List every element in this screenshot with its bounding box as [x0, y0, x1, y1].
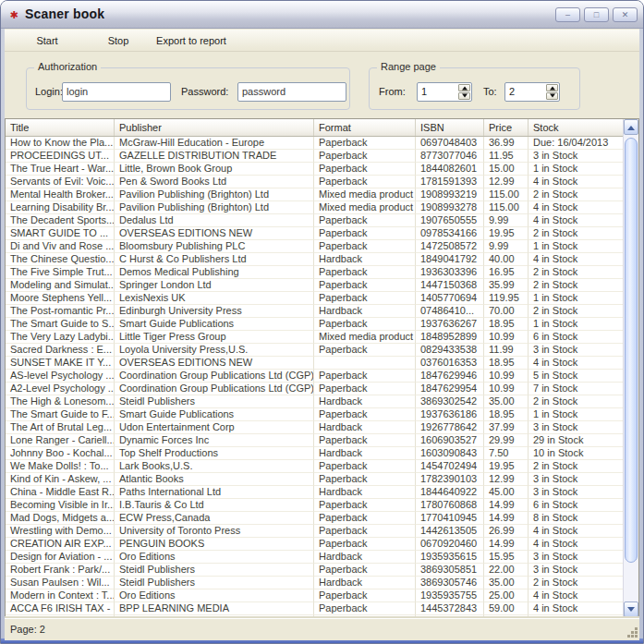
table-row[interactable]: The High & Lonesom...Steidl PublishersHa…	[6, 395, 623, 408]
cell-stock: Due: 16/04/2013	[529, 137, 623, 150]
to-increment-button[interactable]	[546, 84, 558, 91]
cell-publisher: Demos Medical Publishing	[115, 266, 314, 279]
table-row[interactable]: Lone Ranger - Cariell...Dynamic Forces I…	[6, 434, 623, 447]
table-row[interactable]: Design for Aviation - ...Oro EditionsHar…	[6, 551, 623, 564]
table-row[interactable]: SMART GUIDE TO ...OVERSEAS EDITIONS NEWP…	[6, 227, 623, 240]
table-row[interactable]: The Five Simple Trut...Demos Medical Pub…	[6, 266, 623, 279]
cell-format: Hardback	[314, 253, 416, 266]
column-header-price[interactable]: Price	[484, 119, 529, 136]
table-row[interactable]: How to Know the Pla...McGraw-Hill Educat…	[6, 137, 623, 150]
cell-publisher: Coordination Group Publications Ltd (CGP…	[115, 370, 314, 383]
to-decrement-button[interactable]	[546, 92, 558, 100]
from-decrement-button[interactable]	[458, 92, 470, 100]
status-bar: Page: 2	[5, 618, 639, 640]
cell-format: Paperback	[314, 525, 416, 538]
cell-price: 11.95	[484, 150, 529, 163]
table-row[interactable]: Mad Dogs, Midgets a...ECW Press,CanadaPa…	[6, 512, 623, 525]
login-input[interactable]: login	[62, 82, 171, 102]
table-row[interactable]: Robert Frank : Park/...Steidl Publishers…	[6, 564, 623, 577]
maximize-button[interactable]: □	[584, 7, 609, 22]
cell-format: Paperback	[314, 176, 416, 188]
from-increment-button[interactable]	[458, 84, 470, 91]
cell-price: 10.99	[484, 383, 529, 395]
table-row[interactable]: Kind of Kin - Askew, ...Atlantic BooksPa…	[6, 473, 623, 486]
export-to-report-button[interactable]: Export to report	[149, 31, 234, 50]
from-spinner[interactable]: 1	[417, 82, 472, 102]
column-header-format[interactable]: Format	[314, 119, 416, 136]
table-row[interactable]: The Very Lazy Ladybi...Little Tiger Pres…	[6, 331, 623, 344]
table-row[interactable]: Servants of Evil: Voic...Pen & Sword Boo…	[6, 176, 623, 188]
table-row[interactable]: Mental Health Broker...Pavilion Publishi…	[6, 188, 623, 201]
cell-format: Paperback	[314, 473, 416, 486]
vertical-scrollbar[interactable]	[623, 119, 638, 617]
column-header-publisher[interactable]: Publisher	[115, 119, 314, 136]
cell-isbn: 1849041792	[416, 253, 484, 266]
cell-format: Paperback	[314, 240, 416, 253]
table-row[interactable]: China - Middle East R...Paths Internatio…	[6, 486, 623, 499]
column-header-title[interactable]: Title	[6, 119, 115, 136]
start-button[interactable]: Start	[27, 31, 67, 50]
table-row[interactable]: Sacred Darkness : E...Loyola University …	[6, 344, 623, 357]
cell-price: 26.99	[484, 525, 529, 538]
scroll-down-button[interactable]	[624, 601, 638, 617]
close-button[interactable]: ✕	[613, 7, 638, 22]
cell-format: Hardback	[314, 421, 416, 434]
table-row[interactable]: The Beach - V... T...John Hunt Publishin…	[6, 615, 623, 617]
table-row[interactable]: SUNSET MAKE IT Y...OVERSEAS EDITIONS NEW…	[6, 357, 623, 370]
table-row[interactable]: CREATION AIR EXP...PENGUIN BOOKSPaperbac…	[6, 538, 623, 551]
table-row[interactable]: The Chinese Questio...C Hurst & Co Publi…	[6, 253, 623, 266]
minimize-button[interactable]: –	[555, 7, 580, 22]
table-row[interactable]: Di and Viv and Rose ...Bloomsbury Publis…	[6, 240, 623, 253]
cell-price: 35.99	[484, 279, 529, 292]
cell-format: Paperback	[314, 460, 416, 473]
table-row[interactable]: Modeling and Simulat...Springer London L…	[6, 279, 623, 292]
table-row[interactable]: The Art of Brutal Leg...Udon Entertainme…	[6, 421, 623, 434]
password-input[interactable]: password	[237, 82, 346, 102]
stop-button[interactable]: Stop	[98, 31, 139, 50]
scrollbar-thumb[interactable]	[625, 138, 638, 563]
column-header-stock[interactable]: Stock	[529, 119, 623, 136]
resize-grip[interactable]	[635, 635, 638, 638]
cell-format: Paperback	[314, 383, 416, 395]
table-row[interactable]: The True Heart - War...Little, Brown Boo…	[6, 163, 623, 176]
cell-publisher: Atlantic Books	[115, 473, 314, 486]
cell-format: Mixed media product	[314, 188, 416, 201]
table-row[interactable]: Learning Disability Br...Pavilion Publis…	[6, 201, 623, 214]
title-bar[interactable]: ✱ Scaner book – □ ✕	[1, 1, 643, 29]
table-row[interactable]: A2-Level Psychology ...Coordination Grou…	[6, 383, 623, 395]
cell-isbn: 0376016353	[416, 357, 484, 370]
cell-price: 9.99	[484, 214, 529, 227]
table-row[interactable]: The Smart Guide to S...Smart Guide Publi…	[6, 318, 623, 331]
cell-price: 10.99	[484, 331, 529, 344]
table-row[interactable]: The Decadent Sports...Dedalus LtdPaperba…	[6, 214, 623, 227]
table-row[interactable]: Susan Paulsen : Wil...Steidl PublishersH…	[6, 577, 623, 589]
cell-isbn: 1847629954	[416, 383, 484, 395]
table-row[interactable]: We Make Dolls! : To...Lark Books,U.S.Pap…	[6, 460, 623, 473]
cell-isbn: 0978534166	[416, 227, 484, 240]
cell-title: Susan Paulsen : Wil...	[6, 577, 115, 589]
table-row[interactable]: Moore Stephens Yell...LexisNexis UKPaper…	[6, 292, 623, 305]
to-spinner[interactable]: 2	[504, 82, 560, 102]
cell-price: 18.95	[484, 318, 529, 331]
cell-price: 40.00	[484, 253, 529, 266]
table-row[interactable]: The Post-romantic Pr...Edinburgh Univers…	[6, 305, 623, 318]
from-spinner-buttons	[457, 83, 471, 101]
cell-stock: 4 in Stock	[529, 538, 623, 551]
table-row[interactable]: Wrestling with Demo...University of Toro…	[6, 525, 623, 538]
cell-title: ACCA F6 IRISH TAX -	[6, 602, 115, 615]
table-row[interactable]: Johnny Boo - Kochal...Top Shelf Producti…	[6, 447, 623, 460]
cell-format: Paperback	[314, 408, 416, 421]
cell-publisher: Pavilion Publishing (Brighton) Ltd	[115, 188, 314, 201]
table-row[interactable]: AS-level Psychology ...Coordination Grou…	[6, 370, 623, 383]
table-row[interactable]: The Smart Guide to F...Smart Guide Publi…	[6, 408, 623, 421]
cell-isbn: 1937636186	[416, 408, 484, 421]
grid-main: TitlePublisherFormatISBNPriceStock How t…	[6, 119, 623, 617]
table-row[interactable]: Modern in Context : T...Oro EditionsPape…	[6, 589, 623, 602]
cell-isbn: 1781591393	[416, 176, 484, 188]
column-header-isbn[interactable]: ISBN	[416, 119, 484, 136]
scroll-up-button[interactable]	[624, 119, 638, 135]
table-row[interactable]: Becoming Visible in Ir...I.B.Tauris & Co…	[6, 499, 623, 512]
table-row[interactable]: PROCEEDINGS UT...GAZELLE DISTRIBUTION TR…	[6, 150, 623, 163]
cell-title: Mad Dogs, Midgets a...	[6, 512, 115, 525]
table-row[interactable]: ACCA F6 IRISH TAX -BPP LEARNING MEDIAPap…	[6, 602, 623, 615]
